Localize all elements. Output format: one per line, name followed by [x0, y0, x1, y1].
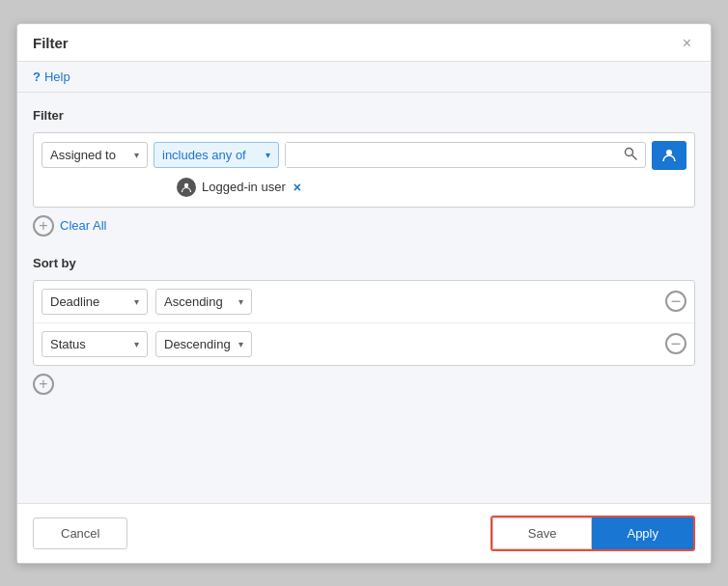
sort-remove-1-button[interactable]: − [665, 333, 686, 354]
clear-all-link[interactable]: Clear All [60, 218, 106, 233]
close-button[interactable]: × [679, 34, 695, 53]
assigned-to-value: Assigned to [50, 148, 116, 162]
filter-add-button[interactable]: + [33, 215, 54, 237]
sort-field-0-value: Deadline [50, 294, 99, 309]
tag-row: Logged-in user × [42, 176, 686, 199]
svg-line-1 [632, 155, 637, 160]
dialog-header: Filter × [17, 24, 711, 62]
remove-icon-0: − [671, 293, 682, 310]
filter-section: Filter Assigned to ▾ includes any of ▾ [33, 108, 695, 237]
condition-dropdown[interactable]: includes any of ▾ [154, 142, 279, 168]
help-bar: ? Help [17, 62, 711, 93]
dialog-body: Filter Assigned to ▾ includes any of ▾ [17, 93, 711, 503]
assigned-to-chevron: ▾ [134, 150, 139, 160]
sort-order-1-value: Descending [164, 337, 231, 351]
sort-field-1-value: Status [50, 337, 86, 351]
dialog-title: Filter [33, 35, 69, 51]
footer-right-actions: Save Apply [490, 516, 695, 551]
avatar-icon [181, 181, 192, 193]
sort-section: Sort by Deadline ▾ Ascending ▾ − [33, 256, 695, 395]
sort-add-icon: + [39, 377, 47, 392]
condition-chevron: ▾ [266, 150, 270, 160]
sort-add-button[interactable]: + [33, 374, 54, 395]
search-icon [624, 147, 637, 160]
cancel-button[interactable]: Cancel [33, 517, 127, 549]
tag-close-button[interactable]: × [292, 180, 303, 195]
sort-add-row: + [33, 374, 695, 395]
user-icon [661, 148, 677, 163]
sort-order-0-chevron: ▾ [238, 296, 243, 307]
sort-order-1[interactable]: Descending ▾ [155, 331, 252, 357]
condition-value: includes any of [162, 148, 246, 162]
search-icon-button[interactable] [616, 143, 645, 167]
svg-point-3 [184, 182, 188, 186]
remove-icon-1: − [671, 335, 682, 352]
help-icon: ? [33, 70, 41, 84]
sort-order-1-chevron: ▾ [238, 339, 243, 349]
tag-item: Logged-in user × [177, 178, 303, 197]
tag-avatar [177, 178, 196, 197]
search-input[interactable] [286, 143, 616, 167]
sort-row-1: Status ▾ Descending ▾ − [34, 323, 694, 365]
dialog-footer: Cancel Save Apply [17, 503, 711, 563]
sort-field-1-chevron: ▾ [134, 339, 139, 349]
sort-section-label: Sort by [33, 256, 695, 270]
sort-box: Deadline ▾ Ascending ▾ − Status ▾ [33, 280, 695, 366]
user-icon-button[interactable] [652, 141, 686, 170]
tag-name: Logged-in user [202, 180, 286, 194]
filter-add-row: + Clear All [33, 215, 695, 237]
sort-row-0: Deadline ▾ Ascending ▾ − [34, 281, 694, 323]
filter-row: Assigned to ▾ includes any of ▾ [42, 141, 686, 170]
save-button[interactable]: Save [492, 517, 593, 549]
filter-box: Assigned to ▾ includes any of ▾ [33, 132, 695, 208]
help-link[interactable]: Help [44, 70, 70, 84]
add-icon: + [39, 218, 47, 234]
apply-button[interactable]: Apply [592, 517, 693, 549]
sort-order-0[interactable]: Ascending ▾ [155, 289, 252, 315]
filter-dialog: Filter × ? Help Filter Assigned to ▾ inc… [16, 23, 712, 564]
assigned-to-dropdown[interactable]: Assigned to ▾ [42, 142, 148, 168]
sort-field-1[interactable]: Status ▾ [42, 331, 148, 357]
sort-field-0[interactable]: Deadline ▾ [42, 289, 148, 315]
sort-remove-0-button[interactable]: − [665, 291, 686, 312]
svg-point-2 [666, 150, 672, 155]
filter-section-label: Filter [33, 108, 695, 123]
sort-order-0-value: Ascending [164, 294, 223, 309]
sort-field-0-chevron: ▾ [134, 296, 139, 307]
search-input-wrap [285, 142, 646, 168]
